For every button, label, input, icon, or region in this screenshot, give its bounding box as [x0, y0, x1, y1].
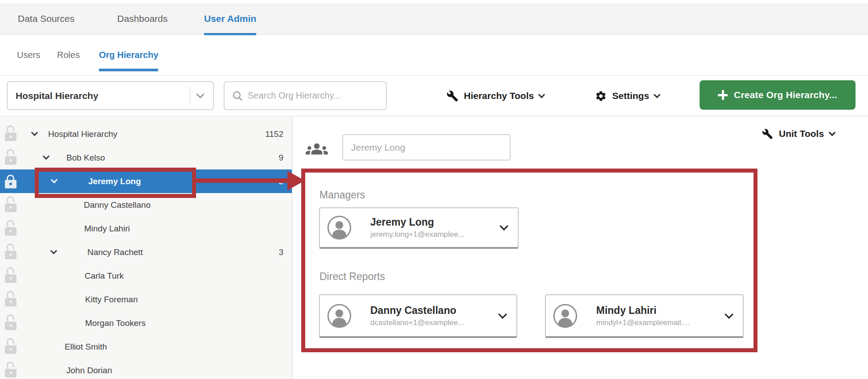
tree-row[interactable]: Elliot Smith: [0, 335, 292, 358]
app-nav-bar: Data Sources Dashboards User Admin: [0, 4, 868, 35]
lock-icon[interactable]: [5, 363, 17, 377]
tree-row-count: 1152: [265, 129, 283, 139]
tree-row-label: Danny Castellano: [84, 200, 151, 210]
tree-row-label: John Dorian: [66, 366, 112, 375]
tree-row-label: Carla Turk: [85, 271, 124, 281]
tab-users[interactable]: Users: [17, 50, 40, 62]
org-hierarchy-admin-screen: Data Sources Dashboards User Admin Users…: [0, 0, 868, 379]
lock-icon[interactable]: [5, 174, 17, 188]
settings-menu[interactable]: Settings: [595, 88, 659, 103]
tab-roles[interactable]: Roles: [57, 50, 80, 62]
tree-row[interactable]: Nancy Rachett 3: [0, 240, 292, 264]
chevron-down-icon: [829, 129, 836, 136]
org-hierarchy-toolbar: Hospital Hierarchy Hierarchy Tools Setti…: [0, 76, 868, 116]
tree-row-label: Nancy Rachett: [87, 247, 143, 257]
chevron-down-icon[interactable]: [500, 222, 508, 231]
org-tree-panel: Hospital Hierarchy 1152 Bob Kelso 9 Jere…: [0, 117, 292, 379]
chevron-down-icon[interactable]: [498, 310, 507, 319]
tree-row[interactable]: Mindy Lahiri: [0, 217, 292, 240]
lock-icon[interactable]: [5, 245, 17, 259]
avatar-icon: [327, 304, 352, 328]
person-info: Jeremy Long jeremy.long+1@examplee...: [370, 216, 501, 239]
person-name: Jeremy Long: [370, 216, 501, 228]
person-info: Danny Castellano dcastellano+1@examplee.…: [370, 305, 500, 327]
search-input[interactable]: [248, 91, 381, 101]
wrench-icon: [762, 128, 773, 140]
person-email: mindyl+1@exampleemail....: [596, 318, 726, 327]
unit-tools-label: Unit Tools: [779, 128, 824, 139]
chevron-down-icon: [654, 91, 661, 99]
gear-icon: [595, 90, 607, 102]
tab-user-admin[interactable]: User Admin: [204, 13, 256, 25]
chevron-down-icon[interactable]: [50, 247, 57, 254]
plus-icon: [718, 90, 728, 100]
tree-row-count: 9: [278, 153, 283, 163]
chevron-down-icon[interactable]: [43, 152, 50, 160]
tree-row-count: 3: [278, 247, 283, 257]
tree-row-label: Jeremy Long: [88, 177, 141, 186]
people-group-icon: [306, 138, 328, 160]
person-name: Mindy Lahiri: [596, 305, 726, 317]
tree-row[interactable]: Bob Kelso 9: [0, 146, 292, 169]
manager-card[interactable]: Jeremy Long jeremy.long+1@examplee...: [319, 207, 519, 249]
tree-row-label: Morgan Tookers: [85, 318, 146, 328]
tree-row-label: Mindy Lahiri: [84, 224, 130, 234]
tree-row-label: Bob Kelso: [66, 153, 105, 163]
chevron-down-icon: [538, 91, 545, 99]
person-info: Mindy Lahiri mindyl+1@exampleemail....: [596, 305, 726, 327]
person-email: jeremy.long+1@examplee...: [370, 230, 501, 239]
chevron-down-icon[interactable]: [31, 129, 38, 136]
tab-dashboards[interactable]: Dashboards: [117, 13, 168, 25]
tree-row[interactable]: Carla Turk: [0, 264, 292, 288]
select-divider: [190, 87, 190, 105]
chevron-down-icon[interactable]: [725, 310, 733, 319]
avatar-icon: [553, 304, 577, 328]
lock-icon[interactable]: [5, 127, 17, 141]
chevron-down-icon: [196, 90, 204, 98]
tree-row-label: Elliot Smith: [65, 342, 107, 352]
lock-icon[interactable]: [5, 198, 17, 212]
lock-icon[interactable]: [5, 316, 17, 330]
search-icon: [232, 90, 243, 102]
lock-icon[interactable]: [5, 340, 17, 354]
unit-name-input[interactable]: [342, 134, 511, 161]
hierarchy-tools-label: Hierarchy Tools: [464, 91, 534, 101]
lock-icon[interactable]: [5, 151, 17, 165]
tree-row[interactable]: Morgan Tookers: [0, 311, 292, 335]
chevron-down-icon[interactable]: [51, 176, 58, 183]
avatar-icon: [327, 215, 352, 240]
person-name: Danny Castellano: [370, 305, 500, 317]
unit-tools-menu[interactable]: Unit Tools: [762, 126, 835, 142]
direct-report-card[interactable]: Mindy Lahiri mindyl+1@exampleemail....: [545, 294, 744, 338]
tree-row[interactable]: Kitty Foreman: [0, 288, 292, 311]
wrench-icon: [446, 90, 459, 102]
tree-row-count: 2: [278, 177, 283, 186]
create-org-hierarchy-button[interactable]: Create Org Hierarchy...: [700, 80, 856, 110]
lock-icon[interactable]: [5, 269, 17, 283]
hierarchy-select-value: Hospital Hierarchy: [16, 91, 190, 101]
tree-row[interactable]: John Dorian: [0, 358, 292, 379]
tree-row-selected[interactable]: Jeremy Long 2: [0, 169, 292, 193]
unit-detail-panel: Unit Tools Managers Jeremy Long jeremy.l…: [293, 117, 868, 379]
tree-row[interactable]: Danny Castellano: [0, 193, 292, 217]
managers-heading: Managers: [319, 189, 365, 201]
lock-icon[interactable]: [5, 222, 17, 235]
tree-row-label: Hospital Hierarchy: [48, 129, 117, 139]
lock-icon[interactable]: [5, 292, 17, 306]
direct-reports-heading: Direct Reports: [319, 271, 385, 283]
hierarchy-select[interactable]: Hospital Hierarchy: [7, 81, 214, 110]
create-org-hierarchy-label: Create Org Hierarchy...: [734, 90, 837, 100]
tab-data-sources[interactable]: Data Sources: [18, 13, 74, 25]
settings-label: Settings: [612, 91, 649, 101]
tab-org-hierarchy[interactable]: Org Hierarchy: [99, 50, 158, 62]
hierarchy-tools-menu[interactable]: Hierarchy Tools: [446, 88, 544, 103]
org-hierarchy-search: [224, 81, 387, 110]
tree-row-label: Kitty Foreman: [85, 295, 138, 305]
tree-row[interactable]: Hospital Hierarchy 1152: [0, 122, 292, 146]
direct-report-card[interactable]: Danny Castellano dcastellano+1@examplee.…: [319, 294, 517, 338]
sub-nav-bar: Users Roles Org Hierarchy: [0, 35, 868, 76]
person-email: dcastellano+1@examplee...: [370, 318, 500, 327]
